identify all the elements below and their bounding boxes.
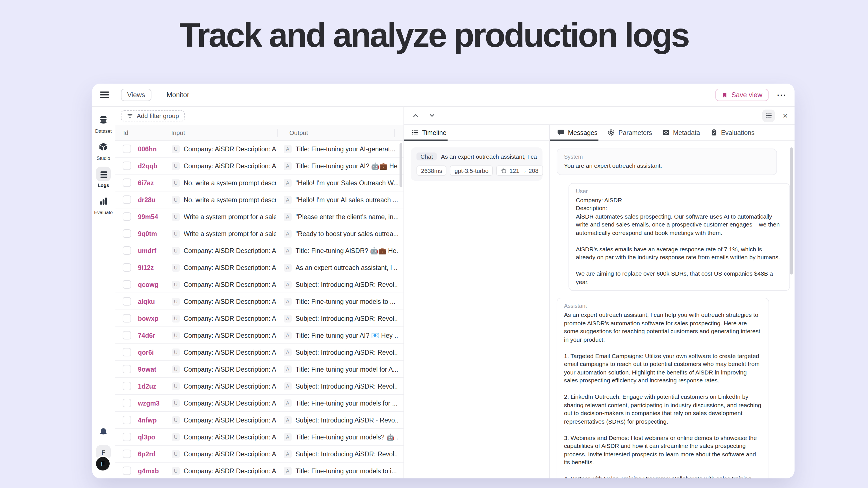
chat-preview-text: As an expert outreach assistant, I can h… <box>441 153 537 160</box>
tab-parameters[interactable]: Parameters <box>608 125 652 140</box>
row-checkbox[interactable] <box>123 195 131 204</box>
log-id-link[interactable]: 74d6r <box>138 332 172 338</box>
table-row[interactable]: 6i7azUNo, write a system prompt descrip.… <box>115 174 403 192</box>
monitor-view-label[interactable]: Monitor <box>167 91 189 99</box>
row-checkbox[interactable] <box>123 382 131 390</box>
log-id-link[interactable]: ql3po <box>138 433 172 440</box>
table-row[interactable]: wzgm3UCompany: AiSDR Description: AiS...… <box>115 395 403 412</box>
sidebar-item-logs[interactable]: Logs <box>92 167 115 188</box>
table-row[interactable]: qcowgUCompany: AiSDR Description: AiS...… <box>115 276 403 293</box>
log-id-link[interactable]: d2qqb <box>138 162 172 169</box>
message-role-label: User <box>576 188 783 194</box>
table-row[interactable]: dr28uUNo, write a system prompt descrip.… <box>115 192 403 208</box>
log-id-link[interactable]: 1d2uz <box>138 383 172 389</box>
hamburger-menu-icon[interactable] <box>100 92 109 98</box>
row-checkbox[interactable] <box>123 433 131 441</box>
table-row[interactable]: 1d2uzUCompany: AiSDR Description: AiS...… <box>115 378 403 395</box>
tokens-count: 121 → 208 <box>509 167 538 174</box>
row-checkbox[interactable] <box>123 466 131 475</box>
column-divider[interactable] <box>277 129 278 137</box>
chevron-up-icon[interactable] <box>412 112 419 119</box>
table-row[interactable]: 4nfwpUCompany: AiSDR Description: AiS...… <box>115 412 403 429</box>
row-checkbox[interactable] <box>123 331 131 339</box>
assistant-role-badge: A <box>284 263 291 271</box>
row-checkbox[interactable] <box>123 348 131 356</box>
log-id-link[interactable]: wzgm3 <box>138 400 172 406</box>
row-checkbox[interactable] <box>123 365 131 373</box>
close-icon[interactable]: × <box>783 111 788 120</box>
table-row[interactable]: 9i12zUCompany: AiSDR Description: AiS...… <box>115 259 403 276</box>
tab-evaluations[interactable]: Evaluations <box>710 125 755 140</box>
tab-timeline[interactable]: Timeline <box>411 125 446 140</box>
tab-metadata[interactable]: Metadata <box>662 125 700 140</box>
view-options-button[interactable] <box>762 109 775 122</box>
user-role-badge: U <box>172 179 180 187</box>
notifications-bell-icon[interactable] <box>99 428 108 436</box>
table-row[interactable]: 9q0tmUWrite a system prompt for a sales … <box>115 225 403 242</box>
more-options-icon[interactable]: ··· <box>777 90 786 99</box>
add-filter-group-button[interactable]: Add filter group <box>121 110 185 122</box>
table-row[interactable]: 6p2rdUCompany: AiSDR Description: AiS...… <box>115 446 403 463</box>
timeline-chat-entry[interactable]: Chat As an expert outreach assistant, I … <box>411 148 542 181</box>
log-id-link[interactable]: 4nfwp <box>138 417 172 423</box>
log-id-link[interactable]: umdrf <box>138 247 172 254</box>
table-row[interactable]: d2qqbUCompany: AiSDR Description: AiS...… <box>115 158 403 174</box>
log-id-link[interactable]: 6i7az <box>138 179 172 186</box>
chat-entry-meta: 2638ms gpt-3.5-turbo 121 → 208 <box>416 165 537 176</box>
avatar[interactable]: F <box>95 456 111 471</box>
table-row[interactable]: ql3poUCompany: AiSDR Description: AiS...… <box>115 429 403 446</box>
sidebar-item-dataset[interactable]: Dataset <box>92 112 115 134</box>
table-row[interactable]: 006hnUCompany: AiSDR Description: AiS...… <box>115 141 403 158</box>
row-checkbox[interactable] <box>123 314 131 323</box>
row-checkbox[interactable] <box>123 246 131 255</box>
row-checkbox[interactable] <box>123 450 131 458</box>
table-row[interactable]: 9owatUCompany: AiSDR Description: AiS...… <box>115 361 403 378</box>
log-id-link[interactable]: bowxp <box>138 315 172 322</box>
row-checkbox[interactable] <box>123 162 131 170</box>
log-id-link[interactable]: 6p2rd <box>138 450 172 457</box>
row-checkbox[interactable] <box>123 416 131 424</box>
table-row[interactable]: 99m54UWrite a system prompt for a sales … <box>115 208 403 225</box>
row-checkbox[interactable] <box>123 213 131 221</box>
save-view-button[interactable]: Save view <box>716 89 769 101</box>
chevron-down-icon[interactable] <box>428 112 436 119</box>
table-row[interactable]: umdrfUCompany: AiSDR Description: AiS...… <box>115 242 403 259</box>
log-id-link[interactable]: qcowg <box>138 281 172 288</box>
row-checkbox[interactable] <box>123 399 131 407</box>
sidebar-item-studio[interactable]: Studio <box>92 139 115 161</box>
assistant-role-badge: A <box>284 331 291 339</box>
log-id-link[interactable]: dr28u <box>138 196 172 203</box>
table-row[interactable]: bowxpUCompany: AiSDR Description: AiS...… <box>115 310 403 327</box>
cube-icon <box>96 139 111 154</box>
sidebar-item-label: Dataset <box>95 128 112 134</box>
table-row[interactable]: g4mxbUCompany: AiSDR Description: AiS...… <box>115 463 403 478</box>
log-id-link[interactable]: 9i12z <box>138 264 172 271</box>
row-checkbox[interactable] <box>123 229 131 238</box>
log-id-link[interactable]: alqku <box>138 298 172 305</box>
row-checkbox[interactable] <box>123 280 131 289</box>
column-divider[interactable] <box>395 129 395 137</box>
views-button[interactable]: Views <box>121 89 151 101</box>
table-row[interactable]: 74d6rUCompany: AiSDR Description: AiS...… <box>115 327 403 344</box>
messages-panel: Messages Parameters Metadata <box>550 125 795 478</box>
row-checkbox[interactable] <box>123 144 131 153</box>
row-checkbox[interactable] <box>123 178 131 187</box>
messages-scrollbar[interactable] <box>790 148 793 274</box>
window-content: Dataset Studio Logs <box>92 107 795 478</box>
row-checkbox[interactable] <box>123 263 131 272</box>
log-id-link[interactable]: 9q0tm <box>138 230 172 237</box>
log-id-link[interactable]: g4mxb <box>138 467 172 474</box>
log-id-link[interactable]: 006hn <box>138 145 172 152</box>
detail-toolbar-right: × <box>762 109 788 122</box>
detail-toolbar: × <box>404 107 795 125</box>
table-row[interactable]: alqkuUCompany: AiSDR Description: AiS...… <box>115 293 403 310</box>
log-id-link[interactable]: 99m54 <box>138 213 172 220</box>
input-cell: Company: AiSDR Description: AiS... <box>184 281 276 288</box>
log-id-link[interactable]: 9owat <box>138 366 172 372</box>
tab-messages[interactable]: Messages <box>557 125 598 140</box>
sidebar-item-evaluate[interactable]: Evaluate <box>92 194 115 215</box>
log-id-link[interactable]: qor6i <box>138 349 172 356</box>
row-checkbox[interactable] <box>123 297 131 305</box>
table-row[interactable]: qor6iUCompany: AiSDR Description: AiS...… <box>115 344 403 361</box>
table-scrollbar[interactable] <box>400 143 402 187</box>
